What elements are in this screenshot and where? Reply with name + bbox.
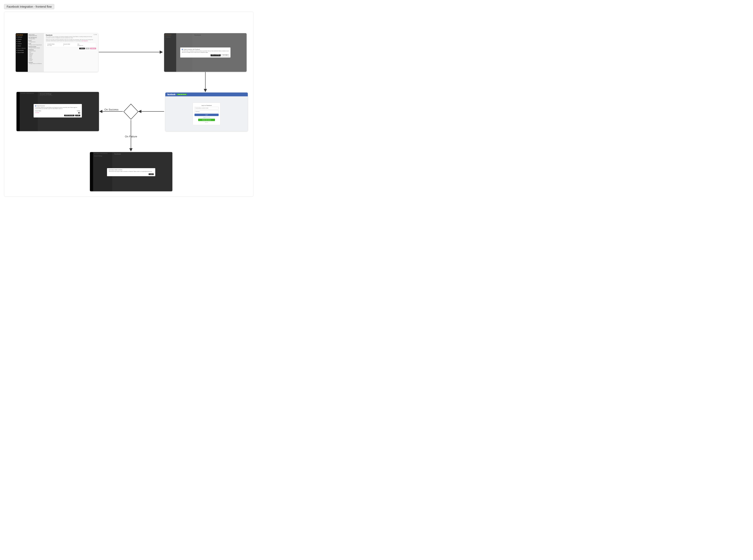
modal-overlay: Issue trying to create a connection. The…: [90, 152, 172, 191]
modal-body: A connection between the Cubed Platform …: [35, 107, 80, 109]
modal-overlay: fImport Accounts A connection between th…: [17, 92, 99, 131]
modal-title: fCreate connection with Facebook.: [182, 49, 229, 50]
nav-health[interactable]: Account Health: [17, 52, 27, 53]
create-account-top-button[interactable]: Create New Account: [177, 94, 187, 95]
login-title: Log in to Facebook: [201, 105, 211, 106]
home-icon: [17, 37, 17, 37]
table-row[interactable]: Dev Cubed0dev@test.com: [47, 45, 95, 46]
subnav-item[interactable]: Bing: [29, 52, 43, 53]
subnav-item[interactable]: Shopify: [29, 55, 43, 56]
share-icon: [17, 39, 17, 40]
login-button[interactable]: Log In: [195, 114, 219, 116]
heart-icon: [17, 52, 17, 53]
subnav-group: Goals: [28, 43, 43, 44]
screenshot-import-accounts: ACCOUNT CONFIGURATION Account Settings M…: [16, 92, 99, 131]
failure-body: There was an issue trying to make a conn…: [108, 171, 154, 172]
th-connection: Connection Name: [47, 44, 59, 45]
facebook-icon: f: [35, 105, 36, 106]
subnav-group: Events: [28, 40, 43, 41]
subnav-item[interactable]: Magento: [29, 54, 43, 55]
cubed-logo-icon: [17, 34, 18, 36]
subnav-group: Attribution Model: [28, 46, 43, 47]
login-card: Log in to Facebook Email address or phon…: [193, 103, 220, 125]
email-input[interactable]: Email address or phone number: [195, 107, 219, 109]
book-icon: [17, 50, 17, 51]
nav-account[interactable]: Account: [17, 45, 27, 47]
connections-table: Connection NameAccounts LinkedUser Dev C…: [46, 43, 96, 47]
nav-dashboard[interactable]: Dashboard: [17, 36, 27, 38]
col-enabled: Enabled: [77, 111, 80, 112]
flow-canvas: On Success On Failure Cubed Dashboard Ch…: [4, 12, 253, 197]
screenshot-create-modal: Cubed Dashboard Facebook fCreate connect…: [164, 33, 247, 72]
label-on-success: On Success: [104, 108, 119, 111]
enabled-toggle[interactable]: [78, 112, 80, 114]
close-button[interactable]: CLOSE: [75, 115, 80, 116]
forgot-link[interactable]: Forgotten account?: [203, 117, 210, 118]
th-accounts: Accounts Linked: [63, 44, 74, 45]
svg-marker-5: [124, 104, 138, 119]
modal-overlay: fCreate connection with Facebook. You wi…: [164, 33, 247, 72]
screenshot-failure: ACCOUNT CONFIGURATION Account Settings F…: [90, 152, 172, 192]
cog-icon: [17, 46, 17, 46]
diagram-title: Facebook Integration - frontend flow: [4, 4, 54, 9]
file-icon: [17, 41, 17, 42]
subnav-item[interactable]: Shopify: [29, 60, 43, 61]
edit-button[interactable]: EDIT: [85, 48, 89, 49]
subnav-item[interactable]: Manage Patterns and Referrers: [29, 63, 43, 64]
create-button[interactable]: CREATE: [79, 48, 85, 49]
close-link[interactable]: CLOSE: [94, 34, 97, 35]
subnav: ◀ ACCOUNT CONFIGURATION User Management …: [28, 33, 44, 72]
screenshot-integration-page: Cubed Dashboard Channels Content Custome…: [16, 33, 98, 72]
import-save-button[interactable]: IMPORT AND SAVE: [64, 115, 75, 116]
api-integrations-link[interactable]: api integrations: [82, 40, 88, 41]
subnav-back[interactable]: ◀ ACCOUNT CONFIGURATION: [28, 34, 43, 36]
import-accounts-modal: fImport Accounts A connection between th…: [34, 104, 82, 118]
th-user: User: [77, 44, 79, 45]
subnav-item[interactable]: Google Manage: [29, 51, 43, 52]
create-account-button[interactable]: Create new account: [198, 119, 215, 121]
wrench-icon: [17, 48, 17, 48]
col-account-name: Account Name: [35, 111, 41, 112]
nav-channels[interactable]: Channels: [17, 39, 27, 40]
user-icon: [17, 43, 17, 44]
subnav-item[interactable]: Manage Users: [29, 38, 43, 39]
facebook-icon: f: [182, 49, 183, 50]
cubed-brand: Cubed: [17, 34, 27, 36]
subnav-item[interactable]: Manage Attribution Models: [29, 47, 43, 48]
screenshot-facebook-login: facebook Create New Account Log in to Fa…: [165, 92, 248, 131]
save-continue-button[interactable]: SAVE & CONTINUE: [210, 54, 221, 56]
failure-modal: Issue trying to create a connection. The…: [107, 168, 155, 176]
nav-docs[interactable]: Documentation: [17, 50, 27, 51]
facebook-header: facebook Create New Account: [165, 93, 248, 96]
main-pane: CLOSE Facebook This is where you can man…: [44, 33, 98, 72]
subnav-item[interactable]: Pinterest: [29, 59, 43, 60]
subnav-group: Channels: [28, 62, 43, 63]
page-desc: This is where you can manage your Facebo…: [46, 36, 96, 39]
nav-content[interactable]: Content: [17, 41, 27, 42]
close-button[interactable]: CLOSE: [149, 174, 154, 175]
subnav-item[interactable]: Manage Events: [29, 41, 43, 42]
stay-here-button[interactable]: STAY HERE: [221, 54, 229, 56]
failure-title: Issue trying to create a connection.: [108, 169, 154, 171]
subnav-item[interactable]: Impact: [29, 58, 43, 59]
remove-button[interactable]: REMOVE: [90, 48, 96, 49]
nav-customer[interactable]: Customer: [17, 43, 27, 44]
not-now-link[interactable]: Not now: [205, 122, 208, 123]
label-on-failure: On Failure: [125, 135, 137, 138]
sidebar: Cubed Dashboard Channels Content Custome…: [16, 33, 28, 72]
subnav-item[interactable]: TikTok: [29, 57, 43, 58]
subnav-group: User Management: [28, 37, 43, 38]
create-connection-modal: fCreate connection with Facebook. You wi…: [180, 47, 230, 58]
facebook-logo: facebook: [167, 93, 176, 96]
page-desc2: Admins can only edit connections belongi…: [46, 39, 96, 42]
subnav-item[interactable]: Manage Goals & Assign Events: [29, 44, 43, 45]
account-row-name[interactable]: test-harris: [35, 112, 39, 113]
modal-title: fImport Accounts: [35, 105, 80, 106]
subnav-item[interactable]: Facebook: [29, 53, 43, 54]
subnav-group: Integrations: [28, 49, 43, 50]
password-input[interactable]: Password: [195, 110, 219, 113]
page-title: Facebook: [46, 34, 96, 36]
modal-body: You will be taken to Facebook to authori…: [182, 51, 229, 53]
nav-account-config[interactable]: Account Configuration: [17, 47, 27, 49]
action-buttons: CREATE EDIT REMOVE: [46, 48, 96, 49]
